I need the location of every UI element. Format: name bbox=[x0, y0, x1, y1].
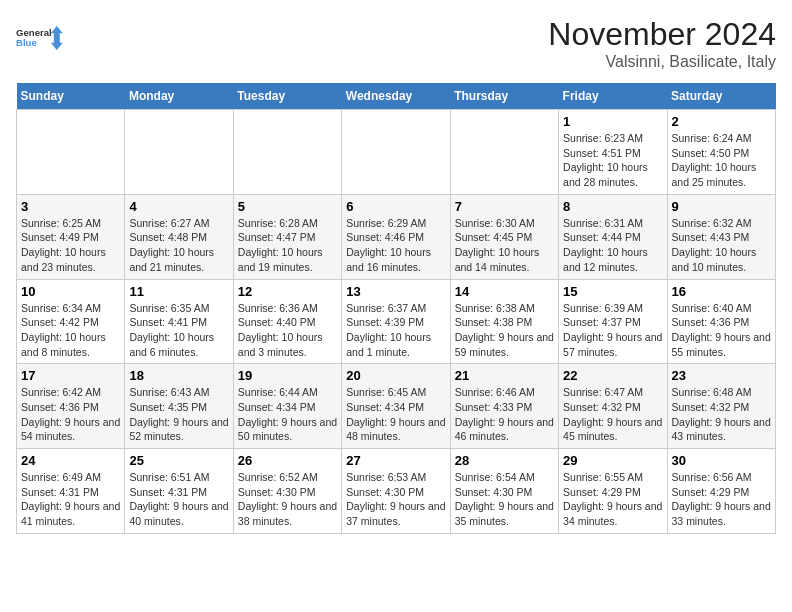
day-number: 20 bbox=[346, 368, 445, 383]
month-title: November 2024 bbox=[548, 16, 776, 53]
day-info: Sunrise: 6:25 AM Sunset: 4:49 PM Dayligh… bbox=[21, 216, 120, 275]
day-info: Sunrise: 6:42 AM Sunset: 4:36 PM Dayligh… bbox=[21, 385, 120, 444]
day-info: Sunrise: 6:36 AM Sunset: 4:40 PM Dayligh… bbox=[238, 301, 337, 360]
day-info: Sunrise: 6:24 AM Sunset: 4:50 PM Dayligh… bbox=[672, 131, 771, 190]
calendar-cell: 9Sunrise: 6:32 AM Sunset: 4:43 PM Daylig… bbox=[667, 194, 775, 279]
location: Valsinni, Basilicate, Italy bbox=[548, 53, 776, 71]
calendar-header-row: SundayMondayTuesdayWednesdayThursdayFrid… bbox=[17, 83, 776, 110]
header-thursday: Thursday bbox=[450, 83, 558, 110]
day-number: 28 bbox=[455, 453, 554, 468]
header-tuesday: Tuesday bbox=[233, 83, 341, 110]
day-info: Sunrise: 6:39 AM Sunset: 4:37 PM Dayligh… bbox=[563, 301, 662, 360]
day-number: 10 bbox=[21, 284, 120, 299]
day-number: 1 bbox=[563, 114, 662, 129]
week-row-4: 17Sunrise: 6:42 AM Sunset: 4:36 PM Dayli… bbox=[17, 364, 776, 449]
calendar-cell: 14Sunrise: 6:38 AM Sunset: 4:38 PM Dayli… bbox=[450, 279, 558, 364]
day-info: Sunrise: 6:55 AM Sunset: 4:29 PM Dayligh… bbox=[563, 470, 662, 529]
header-saturday: Saturday bbox=[667, 83, 775, 110]
calendar-table: SundayMondayTuesdayWednesdayThursdayFrid… bbox=[16, 83, 776, 534]
calendar-cell bbox=[125, 110, 233, 195]
calendar-cell bbox=[17, 110, 125, 195]
calendar-cell: 20Sunrise: 6:45 AM Sunset: 4:34 PM Dayli… bbox=[342, 364, 450, 449]
svg-text:Blue: Blue bbox=[16, 37, 37, 48]
calendar-cell: 2Sunrise: 6:24 AM Sunset: 4:50 PM Daylig… bbox=[667, 110, 775, 195]
logo: General Blue bbox=[16, 16, 64, 60]
day-number: 23 bbox=[672, 368, 771, 383]
day-number: 3 bbox=[21, 199, 120, 214]
day-number: 14 bbox=[455, 284, 554, 299]
calendar-cell: 7Sunrise: 6:30 AM Sunset: 4:45 PM Daylig… bbox=[450, 194, 558, 279]
calendar-cell: 25Sunrise: 6:51 AM Sunset: 4:31 PM Dayli… bbox=[125, 449, 233, 534]
day-number: 8 bbox=[563, 199, 662, 214]
day-number: 2 bbox=[672, 114, 771, 129]
day-info: Sunrise: 6:34 AM Sunset: 4:42 PM Dayligh… bbox=[21, 301, 120, 360]
week-row-2: 3Sunrise: 6:25 AM Sunset: 4:49 PM Daylig… bbox=[17, 194, 776, 279]
week-row-3: 10Sunrise: 6:34 AM Sunset: 4:42 PM Dayli… bbox=[17, 279, 776, 364]
day-number: 25 bbox=[129, 453, 228, 468]
week-row-5: 24Sunrise: 6:49 AM Sunset: 4:31 PM Dayli… bbox=[17, 449, 776, 534]
calendar-cell: 19Sunrise: 6:44 AM Sunset: 4:34 PM Dayli… bbox=[233, 364, 341, 449]
day-number: 15 bbox=[563, 284, 662, 299]
calendar-cell bbox=[233, 110, 341, 195]
calendar-cell bbox=[450, 110, 558, 195]
logo-svg: General Blue bbox=[16, 16, 64, 60]
day-info: Sunrise: 6:46 AM Sunset: 4:33 PM Dayligh… bbox=[455, 385, 554, 444]
day-number: 6 bbox=[346, 199, 445, 214]
calendar-cell: 28Sunrise: 6:54 AM Sunset: 4:30 PM Dayli… bbox=[450, 449, 558, 534]
day-number: 4 bbox=[129, 199, 228, 214]
header-wednesday: Wednesday bbox=[342, 83, 450, 110]
day-number: 7 bbox=[455, 199, 554, 214]
calendar-cell: 22Sunrise: 6:47 AM Sunset: 4:32 PM Dayli… bbox=[559, 364, 667, 449]
calendar-cell: 27Sunrise: 6:53 AM Sunset: 4:30 PM Dayli… bbox=[342, 449, 450, 534]
calendar-cell: 10Sunrise: 6:34 AM Sunset: 4:42 PM Dayli… bbox=[17, 279, 125, 364]
header-friday: Friday bbox=[559, 83, 667, 110]
day-info: Sunrise: 6:32 AM Sunset: 4:43 PM Dayligh… bbox=[672, 216, 771, 275]
calendar-cell: 4Sunrise: 6:27 AM Sunset: 4:48 PM Daylig… bbox=[125, 194, 233, 279]
day-number: 12 bbox=[238, 284, 337, 299]
day-info: Sunrise: 6:29 AM Sunset: 4:46 PM Dayligh… bbox=[346, 216, 445, 275]
day-info: Sunrise: 6:35 AM Sunset: 4:41 PM Dayligh… bbox=[129, 301, 228, 360]
day-number: 11 bbox=[129, 284, 228, 299]
header-sunday: Sunday bbox=[17, 83, 125, 110]
day-info: Sunrise: 6:31 AM Sunset: 4:44 PM Dayligh… bbox=[563, 216, 662, 275]
day-info: Sunrise: 6:40 AM Sunset: 4:36 PM Dayligh… bbox=[672, 301, 771, 360]
calendar-cell: 3Sunrise: 6:25 AM Sunset: 4:49 PM Daylig… bbox=[17, 194, 125, 279]
day-number: 24 bbox=[21, 453, 120, 468]
calendar-cell: 17Sunrise: 6:42 AM Sunset: 4:36 PM Dayli… bbox=[17, 364, 125, 449]
calendar-cell: 26Sunrise: 6:52 AM Sunset: 4:30 PM Dayli… bbox=[233, 449, 341, 534]
day-info: Sunrise: 6:56 AM Sunset: 4:29 PM Dayligh… bbox=[672, 470, 771, 529]
day-info: Sunrise: 6:53 AM Sunset: 4:30 PM Dayligh… bbox=[346, 470, 445, 529]
page-header: General Blue November 2024 Valsinni, Bas… bbox=[16, 16, 776, 71]
calendar-cell: 8Sunrise: 6:31 AM Sunset: 4:44 PM Daylig… bbox=[559, 194, 667, 279]
calendar-cell: 5Sunrise: 6:28 AM Sunset: 4:47 PM Daylig… bbox=[233, 194, 341, 279]
day-number: 26 bbox=[238, 453, 337, 468]
day-info: Sunrise: 6:54 AM Sunset: 4:30 PM Dayligh… bbox=[455, 470, 554, 529]
header-monday: Monday bbox=[125, 83, 233, 110]
day-info: Sunrise: 6:52 AM Sunset: 4:30 PM Dayligh… bbox=[238, 470, 337, 529]
calendar-cell: 30Sunrise: 6:56 AM Sunset: 4:29 PM Dayli… bbox=[667, 449, 775, 534]
calendar-cell: 21Sunrise: 6:46 AM Sunset: 4:33 PM Dayli… bbox=[450, 364, 558, 449]
svg-marker-2 bbox=[51, 26, 63, 50]
calendar-cell: 29Sunrise: 6:55 AM Sunset: 4:29 PM Dayli… bbox=[559, 449, 667, 534]
day-number: 18 bbox=[129, 368, 228, 383]
calendar-cell bbox=[342, 110, 450, 195]
day-info: Sunrise: 6:45 AM Sunset: 4:34 PM Dayligh… bbox=[346, 385, 445, 444]
day-number: 29 bbox=[563, 453, 662, 468]
day-info: Sunrise: 6:27 AM Sunset: 4:48 PM Dayligh… bbox=[129, 216, 228, 275]
day-info: Sunrise: 6:49 AM Sunset: 4:31 PM Dayligh… bbox=[21, 470, 120, 529]
calendar-cell: 11Sunrise: 6:35 AM Sunset: 4:41 PM Dayli… bbox=[125, 279, 233, 364]
day-number: 21 bbox=[455, 368, 554, 383]
day-number: 17 bbox=[21, 368, 120, 383]
day-number: 22 bbox=[563, 368, 662, 383]
day-number: 19 bbox=[238, 368, 337, 383]
calendar-cell: 1Sunrise: 6:23 AM Sunset: 4:51 PM Daylig… bbox=[559, 110, 667, 195]
day-info: Sunrise: 6:44 AM Sunset: 4:34 PM Dayligh… bbox=[238, 385, 337, 444]
day-info: Sunrise: 6:43 AM Sunset: 4:35 PM Dayligh… bbox=[129, 385, 228, 444]
day-info: Sunrise: 6:48 AM Sunset: 4:32 PM Dayligh… bbox=[672, 385, 771, 444]
day-info: Sunrise: 6:38 AM Sunset: 4:38 PM Dayligh… bbox=[455, 301, 554, 360]
day-number: 5 bbox=[238, 199, 337, 214]
day-number: 30 bbox=[672, 453, 771, 468]
day-info: Sunrise: 6:51 AM Sunset: 4:31 PM Dayligh… bbox=[129, 470, 228, 529]
day-number: 27 bbox=[346, 453, 445, 468]
calendar-cell: 18Sunrise: 6:43 AM Sunset: 4:35 PM Dayli… bbox=[125, 364, 233, 449]
